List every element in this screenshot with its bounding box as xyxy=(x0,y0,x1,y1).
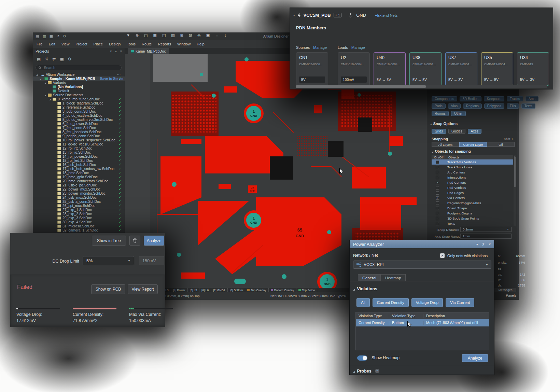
pa-tab[interactable]: Heatmap xyxy=(381,274,406,281)
show-heatmap-toggle[interactable] xyxy=(357,355,367,361)
menu-item[interactable]: File xyxy=(33,42,46,46)
tree-item[interactable]: Default xyxy=(33,89,125,93)
projects-toolbar-icon[interactable]: ⚙ xyxy=(68,57,72,61)
layer-tab[interactable]: [5] L5 xyxy=(188,288,199,292)
analyze-button[interactable]: Analyze xyxy=(144,236,164,246)
object-filter-chip[interactable]: Regions xyxy=(463,103,482,109)
snap-object-row[interactable]: Track/Arcs Lines xyxy=(432,165,513,170)
object-filter-chip[interactable]: Tracks xyxy=(507,96,523,101)
layer-tab[interactable]: [7] GND2 xyxy=(211,288,227,292)
component-value[interactable]: 5V → 5V xyxy=(412,76,438,83)
violations-table[interactable]: Violation Type Violation Type Descriptio… xyxy=(355,312,489,350)
panel-header-icon[interactable]: ⊼ xyxy=(482,242,485,246)
dc-drop-limit-select[interactable]: 5%▼ xyxy=(83,256,134,265)
extend-nets-link[interactable]: +Extend Nets xyxy=(375,13,397,17)
segmented-option[interactable]: Off xyxy=(487,142,515,147)
object-filter-chip[interactable]: Keepouts xyxy=(484,96,504,101)
snap-object-row[interactable]: Via Centers xyxy=(432,195,513,200)
panel-header-icon[interactable]: ▾ xyxy=(110,50,112,53)
tree-item[interactable]: 12_rpi_rtc.SchDoc xyxy=(33,146,125,150)
layer-tab[interactable]: Top Solde xyxy=(296,288,317,292)
tree-item[interactable]: 3_pdb_conn.SchDoc xyxy=(33,109,125,113)
pa-tab[interactable]: General xyxy=(358,274,381,281)
panel-header-icon[interactable]: ▾ xyxy=(476,242,478,246)
tree-item[interactable]: 25_usb-a_conn.SchDoc xyxy=(33,199,125,204)
menu-item[interactable]: Reports xyxy=(155,42,174,46)
checkbox[interactable] xyxy=(436,212,439,215)
scrollbar[interactable] xyxy=(514,155,516,226)
gnd-pad-25[interactable]: 25 GND xyxy=(248,185,257,193)
checkbox[interactable] xyxy=(436,222,439,225)
menu-item[interactable]: Design xyxy=(106,42,124,46)
panels-button[interactable]: Panels xyxy=(506,294,516,297)
pdn-member-card[interactable]: U35 CMP-019-0004... 5V → 5V xyxy=(481,52,513,86)
menu-item[interactable]: Project xyxy=(72,42,90,46)
violation-filter-button[interactable]: All xyxy=(356,298,370,307)
titlebar-icon[interactable]: ↺ xyxy=(56,34,59,39)
menu-item[interactable]: Edit xyxy=(46,42,58,46)
tree-item[interactable]: 26_spi_mux.SchDoc xyxy=(33,204,125,208)
titlebar-icon[interactable]: ▤ xyxy=(36,34,39,39)
analyze-button[interactable]: Analyze xyxy=(462,354,488,362)
show-in-tree-button[interactable]: Show in Tree xyxy=(92,236,126,246)
workspace-row[interactable]: ☁ Altium Workspace ⋯ xyxy=(33,72,125,76)
viewport-toolbar-icon[interactable]: ▢ xyxy=(144,33,148,38)
show-on-pcb-button[interactable]: Show on PCB xyxy=(91,284,125,294)
layer-tab[interactable]: Top Overlay xyxy=(245,288,268,292)
viewport-toolbar-icon[interactable]: ▼ xyxy=(126,33,130,38)
expander-icon[interactable] xyxy=(40,78,43,80)
violation-filter-button[interactable]: Via Current xyxy=(446,298,474,307)
chevron-down-icon[interactable]: ▼ xyxy=(507,228,509,230)
dc-drop-mv-input[interactable]: 150mV xyxy=(139,256,164,265)
tree-item[interactable]: 7_fmu_conn.SchDoc xyxy=(33,126,125,130)
snap-object-row[interactable]: Board Shape xyxy=(432,206,513,211)
manage-sources-link[interactable]: Manage xyxy=(313,45,327,50)
object-filter-chip[interactable]: Rooms xyxy=(432,111,449,116)
gnd-via-marker[interactable]: 1 GND xyxy=(244,210,264,230)
expander-icon[interactable] xyxy=(44,94,48,96)
checkbox[interactable] xyxy=(436,181,439,184)
panel-header-icon[interactable]: × xyxy=(489,242,491,246)
object-filter-chip[interactable]: Vias xyxy=(448,103,461,109)
component-value[interactable]: 100mA xyxy=(341,76,367,83)
component-value[interactable]: 5V → 3V xyxy=(448,76,474,83)
menu-item[interactable]: Tools xyxy=(124,42,139,46)
tree-item[interactable]: 1_block_diagram.SchDoc xyxy=(33,101,125,105)
tree-item[interactable]: 23_power_monitor.SchDoc xyxy=(33,191,125,195)
tree-item[interactable]: 32_camera_1.SchDoc xyxy=(33,228,125,232)
viewport-toolbar-icon[interactable]: ↕ xyxy=(224,33,226,38)
snap-distance-input[interactable]: 0.2mm▼ xyxy=(460,227,512,232)
tree-item[interactable]: 14_rpi_power.SchDoc xyxy=(33,154,125,158)
checkbox[interactable] xyxy=(436,171,439,174)
checkbox[interactable] xyxy=(436,191,439,195)
power-analyzer-titlebar[interactable]: Power Analyzer ▾⊼× xyxy=(350,240,494,248)
tree-item[interactable]: 30_exp_4.SchDoc xyxy=(33,220,125,224)
search-input[interactable] xyxy=(43,65,118,70)
layer-tab[interactable]: Bottom Overlay xyxy=(269,288,297,292)
snap-object-row[interactable]: Pad Edges xyxy=(432,190,513,195)
pdn-member-card[interactable]: U38 CMP-019-0004... 5V → 5V xyxy=(409,52,442,86)
snap-object-row[interactable]: Regions/Polygons/Fills xyxy=(432,200,513,206)
checkbox[interactable] xyxy=(436,196,439,200)
segmented-option[interactable]: Current Layer xyxy=(459,142,487,147)
snap-chip[interactable]: Guides xyxy=(448,129,465,134)
tree-item[interactable]: 27_exp_1.SchDoc xyxy=(33,208,125,212)
viewport-toolbar-icon[interactable]: ⊕ xyxy=(136,33,139,38)
scrollbar[interactable] xyxy=(296,85,547,88)
viewport-toolbar-icon[interactable]: ◫ xyxy=(162,33,166,38)
primary-net-name[interactable]: VCC5M_PDB xyxy=(304,13,331,18)
expander-icon[interactable] xyxy=(44,82,48,84)
tree-item[interactable]: 8_fmu_bootleds.SchDoc xyxy=(33,130,125,134)
tree-item[interactable]: 9_periph_conn.SchDoc xyxy=(33,134,125,138)
gnd-via-marker[interactable]: 1 GND xyxy=(244,103,264,123)
object-filter-chip[interactable]: Other xyxy=(451,111,466,116)
titlebar-icon[interactable]: ↻ xyxy=(63,34,66,39)
axis-snap-range-input[interactable]: 2mm xyxy=(460,234,512,239)
component-value[interactable]: 5V xyxy=(299,76,325,83)
tree-item[interactable]: 5_dc-dc_vcc5m-vcc3m.SchDoc xyxy=(33,117,125,122)
tree-item[interactable]: 0_kame_mb_func.SchDoc xyxy=(33,97,125,101)
snap-object-row[interactable]: Texts xyxy=(432,221,513,226)
projects-toolbar-icon[interactable]: ▦ xyxy=(60,57,64,61)
help-icon[interactable]: ? xyxy=(375,369,379,373)
pdn-member-card[interactable]: U40 CMP-019-0004... 5V → 3V xyxy=(374,52,406,86)
